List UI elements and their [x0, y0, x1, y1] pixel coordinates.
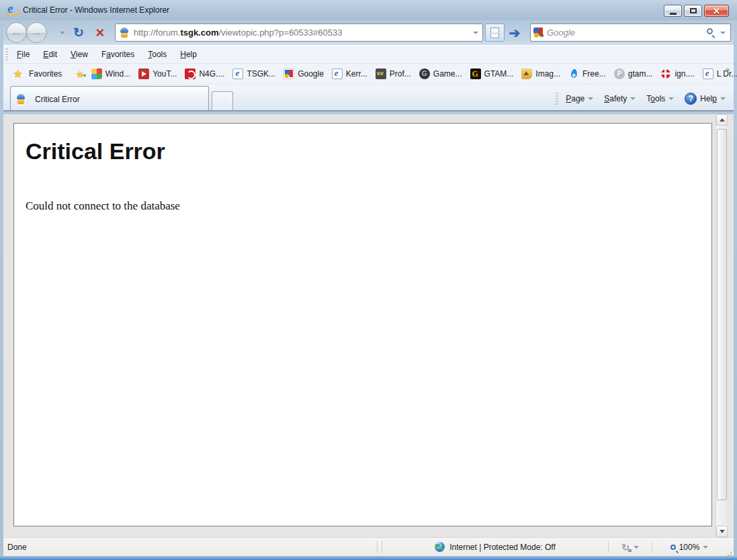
- search-input[interactable]: [547, 28, 701, 38]
- windows-logo-icon: [91, 68, 102, 79]
- favorite-item[interactable]: Wind...: [87, 66, 134, 81]
- tab-critical-error[interactable]: Critical Error: [10, 86, 209, 111]
- maximize-button[interactable]: [684, 5, 702, 17]
- broken-page-icon: [490, 28, 499, 38]
- stop-button[interactable]: ×: [89, 23, 111, 43]
- menu-edit[interactable]: Edit: [36, 48, 64, 61]
- google-icon: [284, 68, 294, 79]
- url-text: http://forum.tsgk.com/viewtopic.php?p=60…: [134, 28, 342, 38]
- favorite-item[interactable]: ign....: [656, 66, 698, 81]
- maximize-icon: [690, 8, 697, 13]
- navigation-toolbar: ← → ↻ × http://forum.tsgk.com/viewtopic.…: [3, 20, 734, 45]
- zoom-level: 100%: [679, 543, 700, 552]
- favorite-item[interactable]: YouT...: [134, 66, 181, 81]
- favorites-star-icon: ★: [13, 68, 25, 80]
- chevron-down-icon: [630, 97, 636, 100]
- imageshack-icon: [521, 68, 532, 79]
- browser-chrome: File Edit View Favorites Tools Help ★ Fa…: [3, 45, 734, 111]
- command-bar: Page Safety Tools ?Help: [554, 90, 731, 107]
- refresh-button[interactable]: ↻: [68, 23, 89, 43]
- inprivate-filtering-pane[interactable]: ↻: [611, 542, 650, 553]
- minimize-icon: [670, 13, 677, 15]
- error-message: Could not connect to the database: [26, 199, 703, 213]
- game-icon: [419, 68, 430, 79]
- tools-menu-button[interactable]: Tools: [641, 91, 679, 106]
- ie-logo-icon: [7, 4, 19, 16]
- tab-favicon: [16, 94, 26, 104]
- favorite-item[interactable]: L Dr...: [699, 66, 737, 81]
- menu-view[interactable]: View: [64, 48, 95, 61]
- new-tab-button[interactable]: [212, 91, 233, 111]
- search-provider-dropdown[interactable]: [720, 32, 726, 34]
- stop-icon: ×: [96, 26, 105, 40]
- internet-globe-icon: [435, 542, 445, 552]
- favorites-bar: ★ Favorites ★ Wind... YouT... N4G.... TS…: [3, 63, 734, 84]
- inprivate-filtering-icon: ↻: [621, 542, 630, 553]
- back-button[interactable]: ←: [6, 22, 27, 43]
- menubar-grip[interactable]: [5, 48, 8, 60]
- forward-icon: →: [32, 26, 42, 38]
- favorite-item[interactable]: Imag...: [517, 66, 564, 81]
- title-bar[interactable]: Critical Error - Windows Internet Explor…: [0, 0, 737, 20]
- web-page: Critical Error Could not connect to the …: [13, 123, 712, 526]
- close-icon: ✕: [713, 6, 720, 16]
- menu-file[interactable]: File: [10, 48, 36, 61]
- google-provider-icon: [533, 28, 544, 38]
- cmdbar-grip[interactable]: [556, 93, 558, 105]
- chevron-down-icon: [634, 546, 639, 549]
- address-bar[interactable]: http://forum.tsgk.com/viewtopic.php?p=60…: [115, 24, 483, 42]
- favorites-overflow-chevron[interactable]: »: [726, 65, 730, 73]
- help-icon: ?: [685, 93, 697, 105]
- favorite-item[interactable]: gtam...: [610, 66, 657, 81]
- menu-favorites[interactable]: Favorites: [95, 48, 141, 61]
- favorite-item[interactable]: Kerr...: [328, 66, 372, 81]
- search-box[interactable]: [530, 24, 731, 42]
- vertical-scrollbar[interactable]: [716, 114, 727, 537]
- address-dropdown[interactable]: [473, 32, 478, 34]
- n4g-icon: [185, 68, 196, 79]
- chevron-down-icon: [703, 546, 708, 549]
- favorite-item[interactable]: Google: [279, 66, 328, 81]
- menu-help[interactable]: Help: [173, 48, 204, 61]
- recent-pages-dropdown[interactable]: [60, 32, 65, 34]
- compatibility-view-button[interactable]: [485, 24, 505, 42]
- status-bar: Done Internet | Protected Mode: Off ↻ 10…: [3, 537, 734, 556]
- zoom-control[interactable]: 100%: [654, 543, 724, 552]
- favorite-item[interactable]: TSGK...: [228, 66, 279, 81]
- scrollbar-thumb[interactable]: [717, 129, 727, 500]
- favorite-item[interactable]: Prof...: [372, 66, 415, 81]
- refresh-icon: ↻: [73, 25, 84, 40]
- help-menu-button[interactable]: ?Help: [679, 90, 731, 107]
- tab-label: Critical Error: [35, 95, 80, 104]
- window-frame-bottom: [0, 556, 737, 560]
- page-menu-button[interactable]: Page: [560, 91, 599, 106]
- search-icon[interactable]: [707, 28, 713, 34]
- favorite-item[interactable]: Free...: [564, 66, 610, 81]
- add-to-favorites-bar-icon[interactable]: ★: [75, 68, 84, 80]
- scroll-up-icon: [720, 118, 725, 122]
- favorite-item[interactable]: N4G....: [181, 66, 228, 81]
- menu-tools[interactable]: Tools: [141, 48, 173, 61]
- go-arrow-icon: ➔: [509, 25, 521, 41]
- minimize-button[interactable]: [664, 5, 682, 17]
- favorite-item[interactable]: GTAM...: [466, 66, 518, 81]
- favorite-item[interactable]: Game...: [415, 66, 466, 81]
- ie-page-icon: [332, 68, 343, 79]
- chevron-down-icon: [668, 97, 674, 100]
- page-heading: Critical Error: [26, 138, 703, 165]
- browser-window: Critical Error - Windows Internet Explor…: [0, 0, 737, 560]
- scroll-down-button[interactable]: [716, 526, 728, 537]
- security-zone-pane: Internet | Protected Mode: Off: [384, 542, 606, 552]
- ie-page-icon: [703, 68, 713, 79]
- scroll-down-icon: [720, 530, 725, 533]
- gtam-gold-icon: [470, 68, 481, 79]
- favorites-button[interactable]: ★ Favorites: [7, 66, 69, 82]
- close-button[interactable]: ✕: [704, 5, 729, 17]
- go-button[interactable]: ➔: [505, 24, 525, 42]
- forward-button[interactable]: →: [26, 22, 47, 43]
- zone-text: Internet | Protected Mode: Off: [449, 543, 556, 552]
- scroll-up-button[interactable]: [716, 114, 728, 126]
- favorites-button-label: Favorites: [29, 69, 62, 79]
- resize-grip[interactable]: [724, 538, 734, 556]
- safety-menu-button[interactable]: Safety: [599, 91, 641, 106]
